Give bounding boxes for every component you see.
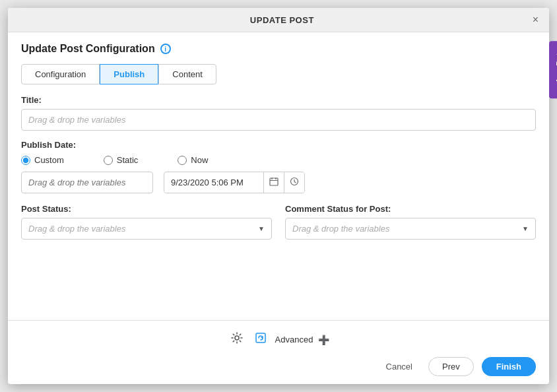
- post-status-arrow-icon: ▼: [258, 225, 265, 232]
- footer-actions-row: Cancel Prev Finish: [21, 357, 536, 376]
- gear-icon: [230, 331, 244, 344]
- advanced-label: Advanced: [275, 335, 313, 344]
- radio-now-label: Now: [191, 155, 208, 165]
- calendar-icon: [269, 177, 278, 186]
- modal-header: UPDATE POST ×: [8, 8, 549, 32]
- cancel-button[interactable]: Cancel: [378, 358, 420, 376]
- post-status-label: Post Status:: [21, 204, 272, 214]
- title-input[interactable]: [21, 109, 536, 131]
- radio-static-input[interactable]: [104, 156, 113, 165]
- title-label: Title:: [21, 95, 536, 105]
- radio-custom-input[interactable]: [21, 156, 30, 165]
- refresh-icon-btn[interactable]: [251, 329, 270, 350]
- post-status-dropdown[interactable]: Drag & drop the variables ▼: [21, 218, 272, 240]
- tab-configuration[interactable]: Configuration: [21, 64, 100, 84]
- comment-status-field: Comment Status for Post: Drag & drop the…: [285, 204, 536, 240]
- title-field: Title:: [21, 95, 536, 140]
- radio-now-input[interactable]: [178, 156, 187, 165]
- radio-custom-option[interactable]: Custom: [21, 155, 64, 165]
- footer-icons-row: Advanced ➕: [21, 329, 536, 350]
- app-data-tab[interactable]: ‹ App Data: [549, 41, 557, 98]
- chevron-left-icon: ‹: [554, 88, 557, 91]
- info-icon[interactable]: i: [160, 44, 171, 54]
- calendar-icon-btn[interactable]: [263, 172, 284, 193]
- modal-dialog: ‹ App Data UPDATE POST × Update Post Con…: [8, 8, 549, 384]
- close-button[interactable]: ×: [533, 15, 539, 25]
- radio-options-row: Custom Static Now: [21, 155, 536, 165]
- status-row: Post Status: Drag & drop the variables ▼…: [21, 204, 536, 240]
- tab-publish[interactable]: Publish: [100, 64, 158, 84]
- finish-button[interactable]: Finish: [482, 357, 536, 376]
- refresh-icon: [254, 331, 267, 344]
- svg-line-6: [294, 182, 296, 183]
- custom-input-row: [21, 172, 536, 193]
- modal-body: Update Post Configuration i Configuratio…: [8, 32, 549, 320]
- comment-status-arrow-icon: ▼: [522, 225, 529, 232]
- publish-date-section: Publish Date: Custom Static Now: [21, 140, 536, 193]
- settings-icon-btn[interactable]: [228, 329, 246, 350]
- svg-rect-0: [270, 178, 278, 185]
- post-status-placeholder: Drag & drop the variables: [28, 224, 125, 234]
- page-title-row: Update Post Configuration i: [21, 43, 536, 55]
- clock-icon-btn[interactable]: [284, 172, 304, 193]
- page-title: Update Post Configuration: [21, 43, 155, 55]
- comment-status-dropdown[interactable]: Drag & drop the variables ▼: [285, 218, 536, 240]
- svg-point-7: [235, 336, 239, 340]
- tabs-container: Configuration Publish Content: [21, 64, 536, 84]
- publish-date-label: Publish Date:: [21, 140, 536, 150]
- radio-custom-label: Custom: [34, 155, 64, 165]
- modal-title: UPDATE POST: [32, 15, 533, 25]
- radio-now-option[interactable]: Now: [178, 155, 208, 165]
- prev-button[interactable]: Prev: [428, 357, 474, 376]
- clock-icon: [290, 177, 299, 186]
- modal-footer: Advanced ➕ Cancel Prev Finish: [8, 320, 549, 384]
- datetime-input-wrapper: [164, 172, 305, 193]
- modal-overlay: ‹ App Data UPDATE POST × Update Post Con…: [0, 0, 557, 392]
- comment-status-label: Comment Status for Post:: [285, 204, 536, 214]
- radio-static-option[interactable]: Static: [104, 155, 139, 165]
- radio-static-label: Static: [117, 155, 139, 165]
- datetime-text-input[interactable]: [164, 173, 263, 192]
- advanced-plus-icon[interactable]: ➕: [318, 335, 329, 345]
- custom-date-input[interactable]: [21, 172, 153, 193]
- post-status-field: Post Status: Drag & drop the variables ▼: [21, 204, 272, 240]
- tab-content[interactable]: Content: [158, 64, 216, 84]
- comment-status-placeholder: Drag & drop the variables: [292, 224, 389, 234]
